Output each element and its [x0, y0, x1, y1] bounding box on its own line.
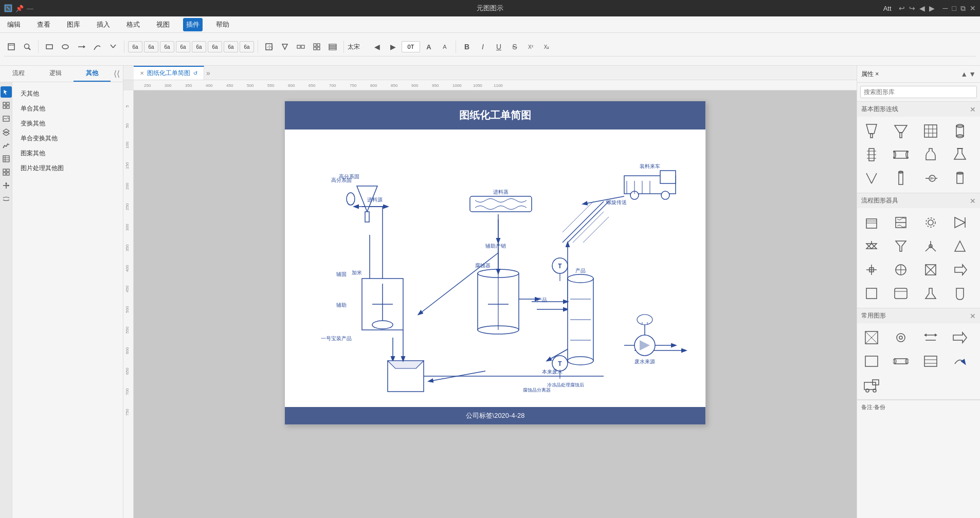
shape-x-cross[interactable] — [920, 260, 941, 280]
nav-analytics[interactable] — [1, 140, 12, 151]
shape-small-tank[interactable] — [950, 168, 970, 189]
sidebar-item-3[interactable]: 单合变换其他 — [16, 131, 119, 146]
shape-heat-ex[interactable] — [891, 212, 911, 233]
nav-shapes[interactable] — [1, 100, 12, 111]
shape-circle-cross[interactable] — [891, 260, 911, 280]
shape-rect2[interactable] — [861, 283, 882, 304]
rect-tool[interactable] — [42, 40, 57, 54]
shape-rect-grid[interactable] — [920, 121, 941, 141]
win-minimize-btn[interactable]: ─ — [943, 4, 948, 12]
prev-btn[interactable]: ◀ — [919, 4, 925, 12]
shape-pipe[interactable] — [891, 351, 911, 372]
nav-arrows[interactable] — [1, 180, 12, 191]
shape-gear2[interactable] — [891, 327, 911, 348]
shape-rect3[interactable] — [891, 283, 911, 304]
ellipse-tool[interactable] — [58, 40, 72, 54]
shape-gear-icon[interactable] — [920, 212, 941, 233]
shape-arrow-box[interactable] — [950, 260, 970, 280]
shape-curved-arrow[interactable] — [950, 351, 970, 372]
shape-pump-sym[interactable] — [920, 168, 941, 189]
shape-truck-icon[interactable] — [861, 375, 882, 395]
shape-round-bot[interactable] — [950, 283, 970, 304]
nav-table[interactable] — [1, 153, 12, 164]
superscript-btn[interactable]: X² — [523, 40, 538, 54]
menu-help[interactable]: 帮助 — [213, 18, 232, 31]
shape-v-shape[interactable] — [861, 168, 882, 189]
shape-pump2[interactable] — [950, 212, 970, 233]
section-basic-header[interactable]: 基本图形连线 ✕ — [857, 102, 980, 117]
canvas-content[interactable]: 图纸化工单简图 — [134, 90, 857, 518]
shape-y-valve[interactable] — [920, 236, 941, 256]
nav-image[interactable] — [1, 113, 12, 124]
more-tool[interactable] — [106, 40, 120, 54]
shape-funnel[interactable] — [891, 121, 911, 141]
align-left[interactable]: ◀ — [370, 40, 384, 54]
undo-btn[interactable]: ↩ — [899, 4, 905, 12]
sidebar-item-1[interactable]: 单合其他 — [16, 101, 119, 116]
canvas-tab-refresh-icon[interactable]: ↺ — [193, 70, 197, 76]
next-btn[interactable]: ▶ — [929, 4, 935, 12]
shape-tank2[interactable] — [950, 236, 970, 256]
font-increase[interactable]: A — [422, 40, 436, 54]
shape-double-arrow[interactable] — [920, 327, 941, 348]
menu-library[interactable]: 图库 — [64, 18, 83, 31]
menu-view[interactable]: 查看 — [34, 18, 53, 31]
shape-rect4[interactable] — [861, 351, 882, 372]
sidebar-item-5[interactable]: 图片处理其他图 — [16, 161, 119, 176]
right-up-arrow[interactable]: ▲ — [960, 70, 968, 78]
shape-valve[interactable] — [861, 236, 882, 256]
menu-insert[interactable]: 插入 — [94, 18, 113, 31]
section-more-header[interactable]: 常用图形 ✕ — [857, 308, 980, 323]
menu-plugins[interactable]: 插件 — [183, 18, 203, 31]
sidebar-item-0[interactable]: 天其他 — [16, 86, 119, 101]
shape-narrow-v[interactable] — [920, 283, 941, 304]
shape-mixer-icon[interactable] — [861, 212, 882, 233]
shape-rect5[interactable] — [920, 351, 941, 372]
arrow-tool[interactable] — [74, 40, 88, 54]
tab-flow[interactable]: 流程 — [0, 66, 37, 82]
font-size-input[interactable] — [402, 41, 420, 52]
connector-tool[interactable] — [90, 40, 104, 54]
win-restore-btn[interactable]: ⧉ — [960, 4, 966, 13]
minimize-icon[interactable]: — — [27, 5, 33, 12]
shape-flask[interactable] — [950, 144, 970, 165]
sidebar-collapse-btn[interactable]: ⟨⟨ — [111, 66, 123, 82]
sidebar-item-4[interactable]: 图案其他 — [16, 146, 119, 161]
canvas-tab-add[interactable]: » — [204, 69, 212, 77]
menu-format[interactable]: 格式 — [123, 18, 143, 31]
font-name[interactable]: 太宋 — [348, 43, 368, 51]
canvas-tab-0[interactable]: ✕ 图纸化工单简图 ↺ — [134, 66, 204, 80]
section-basic-close[interactable]: ✕ — [970, 105, 976, 114]
nav-grid[interactable] — [1, 166, 12, 178]
section-process-close[interactable]: ✕ — [970, 197, 976, 205]
zoom-tool[interactable] — [20, 40, 34, 54]
menu-edit[interactable]: 编辑 — [4, 18, 24, 31]
underline-btn[interactable]: U — [492, 40, 506, 54]
align-center[interactable]: ▶ — [386, 40, 400, 54]
tab-other[interactable]: 其他 — [74, 66, 111, 82]
canvas-scroll-area[interactable]: 250300350 400450500 550600650 700750800 … — [123, 80, 857, 518]
shape-long-tank[interactable] — [891, 144, 911, 165]
font-decrease[interactable]: A — [438, 40, 452, 54]
shape-filter[interactable] — [891, 236, 911, 256]
nav-shuffle[interactable] — [1, 193, 12, 205]
arrange-btn[interactable] — [294, 40, 308, 54]
section-more-close[interactable]: ✕ — [970, 312, 976, 320]
bold-btn[interactable]: B — [460, 40, 474, 54]
nav-layers[interactable] — [1, 126, 12, 138]
redo-btn[interactable]: ↪ — [909, 4, 915, 12]
flip-h-btn[interactable] — [278, 40, 292, 54]
right-down-arrow[interactable]: ▼ — [969, 70, 976, 78]
italic-btn[interactable]: I — [476, 40, 490, 54]
section-process-header[interactable]: 流程图形器具 ✕ — [857, 193, 980, 208]
shape-arrow-right2[interactable] — [950, 327, 970, 348]
shape-hopper[interactable] — [861, 121, 882, 141]
group-btn[interactable] — [310, 40, 324, 54]
shape-cross-valve[interactable] — [861, 260, 882, 280]
nav-pointer[interactable] — [1, 86, 12, 98]
shape-bottle[interactable] — [920, 144, 941, 165]
canvas-tab-close-btn[interactable]: ✕ — [140, 70, 144, 76]
layer-btn[interactable] — [325, 40, 340, 54]
win-maximize-btn[interactable]: □ — [952, 4, 956, 12]
sidebar-item-2[interactable]: 变换其他 — [16, 116, 119, 131]
